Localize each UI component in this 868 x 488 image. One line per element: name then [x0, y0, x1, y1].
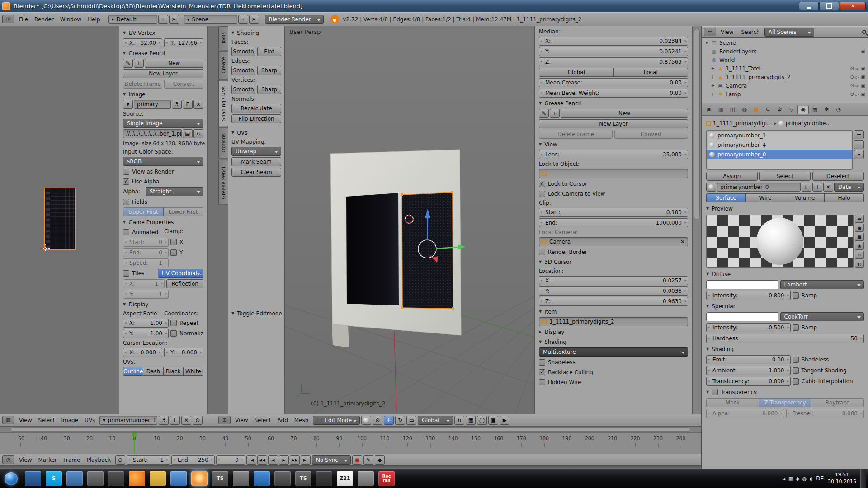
gp-new-layer-button[interactable]: New Layer — [123, 69, 203, 78]
uv-draw-white-button[interactable]: White — [183, 367, 203, 376]
restrict-view-icon[interactable]: ⊙ — [850, 83, 854, 88]
mean-crease-field[interactable]: Mean Crease:0.00 — [539, 78, 688, 87]
section-shading[interactable]: Shading — [706, 345, 864, 353]
outliner-scope-select[interactable]: All Scenes — [764, 28, 814, 37]
timeline-scrollbar[interactable] — [0, 427, 701, 433]
restrict-render-icon[interactable]: ▣ — [861, 92, 865, 97]
taskbar-app-icon[interactable]: TS — [295, 471, 311, 486]
preview-type-button[interactable]: ■ — [855, 233, 864, 241]
shading-mode-select[interactable]: Multitexture — [539, 347, 688, 357]
cubic-interpolation-checkbox[interactable]: Cubic Interpolation — [793, 377, 864, 385]
editor-type-button[interactable]: ☰ — [704, 28, 716, 36]
render-engine-select[interactable]: Blender Render — [265, 15, 324, 24]
mean-bevel-field[interactable]: Mean Bevel Weight:0.00 — [539, 89, 688, 98]
transparency-checkbox[interactable] — [712, 389, 718, 395]
preview-type-button[interactable]: ▬ — [855, 215, 864, 223]
reload-image-icon[interactable]: ↻ — [193, 129, 203, 138]
section-uv-vertex[interactable]: UV Vertex — [123, 28, 203, 37]
close-button[interactable]: ✕ — [840, 2, 866, 10]
properties-tab[interactable]: ◔ — [833, 105, 844, 114]
menu-item[interactable]: Marker — [35, 456, 60, 464]
viewport-canvas[interactable]: User Persp (0) 1_1111_primarydigits_2 — [285, 26, 534, 414]
specular-ramp-checkbox[interactable]: Ramp — [793, 323, 864, 332]
add-scene-button[interactable]: + — [238, 15, 248, 24]
alpha-mode-select[interactable]: Straight — [146, 187, 203, 196]
material-slot-selected[interactable]: primarynumber_0 — [707, 150, 852, 159]
gp-convert-button[interactable]: Convert — [164, 80, 203, 89]
cursor-x-field[interactable]: X:0.000 — [123, 348, 162, 357]
slot-specials-button[interactable]: ▾ — [854, 150, 864, 159]
hardness-field[interactable]: Hardness:50 — [706, 334, 864, 343]
section-3d-cursor[interactable]: 3D Cursor — [539, 258, 688, 266]
preview-type-button[interactable]: ◐ — [855, 260, 864, 268]
frame-start-field[interactable]: Start:1 — [127, 455, 170, 465]
gp-draw-icon[interactable]: ✎ — [539, 109, 549, 118]
properties-tab[interactable]: ▣ — [703, 105, 715, 114]
editor-type-button[interactable]: ◔ — [2, 455, 14, 464]
repeat-checkbox[interactable]: Repeat — [170, 319, 203, 327]
image-source-select[interactable]: Single Image — [123, 119, 203, 128]
uv-vertex-y-field[interactable]: Y:127.66 — [164, 38, 203, 47]
render-border-checkbox[interactable]: Render Border — [539, 248, 688, 256]
menu-view[interactable]: View — [717, 28, 736, 36]
section-grease-pencil[interactable]: Grease Pencil — [539, 99, 688, 108]
menu-item[interactable]: Help — [85, 15, 103, 23]
open-file-icon[interactable]: ▤ — [183, 129, 193, 138]
orientation-select[interactable]: Global — [418, 416, 453, 425]
menu-item[interactable]: Playback — [83, 456, 114, 464]
playback-button[interactable]: ◀ — [268, 455, 278, 465]
menu-item[interactable]: Select — [35, 416, 58, 424]
uv-draw-dash-button[interactable]: Dash — [143, 367, 163, 376]
section-game-properties[interactable]: Game Properties — [123, 218, 203, 226]
taskbar-app-icon[interactable]: Z21 — [337, 471, 353, 486]
alpha-field[interactable]: Alpha:0.000 — [706, 409, 784, 418]
restrict-render-icon[interactable]: ▣ — [861, 75, 865, 80]
clip-end-field[interactable]: End:1000.000 — [539, 218, 688, 227]
mark-seam-button[interactable]: Mark Seam — [231, 157, 281, 166]
datablock-link-select[interactable]: Data — [834, 183, 864, 192]
taskbar-app-icon[interactable]: TS — [212, 471, 228, 486]
section-grease-pencil[interactable]: Grease Pencil — [123, 49, 203, 57]
taskbar-app-icon[interactable]: S — [46, 471, 62, 486]
maximize-button[interactable] — [819, 2, 839, 10]
section-item[interactable]: Item — [539, 307, 688, 316]
browse-image-icon[interactable]: ▾ — [123, 100, 133, 109]
preview-type-button[interactable]: ≈ — [855, 251, 864, 259]
cursor-y-field[interactable]: Y:0.0036 — [539, 286, 688, 296]
normalized-checkbox[interactable]: Normalized — [170, 329, 203, 338]
taskbar-app-icon[interactable] — [25, 471, 41, 486]
tray-icon[interactable]: ◍ — [802, 476, 807, 482]
current-frame-marker[interactable] — [134, 433, 135, 454]
local-button[interactable]: Local — [613, 68, 689, 77]
clip-start-field[interactable]: Start:0.100 — [539, 208, 688, 217]
restrict-select-icon[interactable]: ▻ — [856, 83, 859, 88]
taskbar-app-icon[interactable]: Roc rail — [378, 471, 395, 486]
taskbar-app-icon[interactable] — [108, 471, 124, 486]
editor-type-button[interactable]: ▦ — [2, 416, 14, 424]
n-panel-scrollbar[interactable] — [692, 26, 701, 414]
median-x-field[interactable]: X:0.02384 — [539, 37, 688, 46]
properties-tab[interactable]: ⊂ — [762, 105, 774, 114]
uv-editor-canvas[interactable]: UV Vertex X:32.00 Y:127.66 Grease Pencil… — [0, 26, 216, 414]
hidden-wire-checkbox[interactable]: Hidden Wire — [539, 378, 688, 386]
section-specular[interactable]: Specular — [706, 302, 864, 310]
properties-tab[interactable]: ▥ — [715, 105, 726, 114]
fields-checkbox[interactable]: Fields — [123, 197, 203, 206]
menu-item[interactable]: Image — [58, 416, 82, 424]
faces-smooth-button[interactable]: Smooth — [231, 47, 255, 56]
unlink-image-button[interactable]: ✕ — [193, 100, 203, 109]
uv-image-thumbnail[interactable] — [44, 188, 76, 250]
fake-user-button[interactable]: F — [802, 183, 811, 192]
section-shading[interactable]: Shading — [231, 28, 281, 37]
browse-material-icon[interactable] — [706, 183, 716, 192]
menu-item[interactable]: View — [16, 416, 35, 424]
unlink-material-button[interactable]: ✕ — [823, 183, 833, 192]
median-z-field[interactable]: Z:0.87569 — [539, 57, 688, 66]
image-datablock-field[interactable]: ▾primarynumber_1.p... — [99, 416, 157, 425]
properties-tab[interactable]: ⚙ — [774, 105, 785, 114]
proportional-edit-button[interactable]: ◯ — [477, 416, 487, 425]
unlink-image-button[interactable]: ✕ — [181, 416, 191, 425]
image-users-button[interactable]: 3 — [172, 100, 182, 109]
outliner-row-scene[interactable]: ▾ ◫ Scene — [703, 38, 867, 47]
gp-new-button[interactable]: New — [145, 59, 203, 68]
